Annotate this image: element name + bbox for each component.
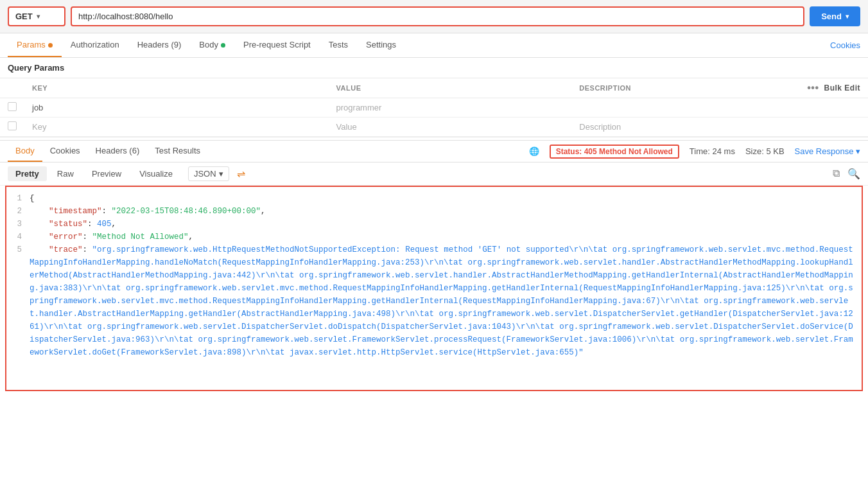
res-tab-cookies[interactable]: Cookies <box>42 141 88 162</box>
cookies-label: Cookies <box>830 40 860 50</box>
more-options-icon[interactable]: ••• <box>807 82 819 94</box>
code-line-2: 2 "timestamp": "2022-03-15T08:48:46.890+… <box>6 205 862 218</box>
format-actions: ⧉ 🔍 <box>833 168 860 180</box>
res-tab-headers-label: Headers (6) <box>96 146 140 155</box>
response-code-area[interactable]: 1 { 2 "timestamp": "2022-03-15T08:48:46.… <box>5 186 863 391</box>
param-key[interactable]: job <box>24 98 329 118</box>
time-info: Time: 24 ms <box>690 146 735 156</box>
params-table: KEY VALUE DESCRIPTION ••• Bulk Edit job … <box>0 78 868 137</box>
res-tab-headers[interactable]: Headers (6) <box>88 141 148 162</box>
code-line-3: 3 "status": 405, <box>6 218 862 231</box>
line-content-3: "status": 405, <box>30 218 862 231</box>
query-params-title: Query Params <box>0 58 868 78</box>
divider <box>0 137 868 137</box>
res-tab-test-results-label: Test Results <box>155 146 200 155</box>
method-label: GET <box>15 12 33 21</box>
response-tabs: Body Cookies Headers (6) Test Results 🌐 … <box>0 140 868 163</box>
code-line-5: 5 "trace": "org.springframework.web.Http… <box>6 243 862 359</box>
status-badge: Status: 405 Method Not Allowed <box>550 145 679 159</box>
bulk-edit-button[interactable]: Bulk Edit <box>824 83 860 92</box>
send-chevron: ▾ <box>846 13 849 20</box>
col-header-value: VALUE <box>329 78 572 98</box>
line-num-5: 5 <box>6 243 30 256</box>
tab-params[interactable]: Params <box>8 33 62 57</box>
fmt-tab-raw[interactable]: Raw <box>49 166 82 181</box>
save-response-button[interactable]: Save Response ▾ <box>795 146 860 156</box>
param-value[interactable]: programmer <box>329 98 572 118</box>
row-checkbox[interactable] <box>0 98 24 118</box>
res-tab-cookies-label: Cookies <box>50 146 80 155</box>
line-num-2: 2 <box>6 205 30 218</box>
res-tab-body-label: Body <box>15 146 35 155</box>
cookies-link[interactable]: Cookies <box>830 34 860 57</box>
code-line-1: 1 { <box>6 192 862 205</box>
param-key-placeholder[interactable]: Key <box>24 118 329 137</box>
table-row: Key Value Description <box>0 118 868 137</box>
format-tabs-row: Pretty Raw Preview Visualize JSON ▾ ⇌ ⧉ … <box>0 163 868 186</box>
size-info: Size: 5 KB <box>745 146 785 156</box>
table-row: job programmer <box>0 98 868 118</box>
url-input[interactable]: http://localhost:8080/hello <box>71 6 804 26</box>
search-icon[interactable]: 🔍 <box>847 168 860 180</box>
line-num-3: 3 <box>6 218 30 231</box>
url-text: http://localhost:8080/hello <box>78 12 173 21</box>
col-header-check <box>0 78 24 98</box>
tab-authorization[interactable]: Authorization <box>62 33 128 57</box>
tab-settings[interactable]: Settings <box>357 33 405 57</box>
param-description[interactable] <box>571 98 799 118</box>
tab-settings-label: Settings <box>366 40 396 49</box>
col-header-description: DESCRIPTION <box>571 78 799 98</box>
fmt-tab-preview[interactable]: Preview <box>84 166 129 181</box>
row-checkbox-empty[interactable] <box>0 118 24 137</box>
line-content-5: "trace": "org.springframework.web.HttpRe… <box>30 243 862 359</box>
copy-icon[interactable]: ⧉ <box>833 168 840 180</box>
fmt-tab-pretty[interactable]: Pretty <box>8 166 47 181</box>
tab-body[interactable]: Body <box>190 33 234 57</box>
tab-tests[interactable]: Tests <box>320 33 357 57</box>
line-num-4: 4 <box>6 231 30 243</box>
top-bar: GET ▾ http://localhost:8080/hello Send ▾ <box>0 0 868 33</box>
tab-pre-request-label: Pre-request Script <box>243 40 311 49</box>
tab-body-label: Body <box>199 40 218 49</box>
send-label: Send <box>821 12 842 21</box>
row-actions-empty <box>799 118 868 137</box>
line-content-1: { <box>30 192 862 205</box>
line-num-1: 1 <box>6 192 30 205</box>
param-value-placeholder[interactable]: Value <box>329 118 572 137</box>
globe-icon[interactable]: 🌐 <box>529 146 539 156</box>
request-tabs: Params Authorization Headers (9) Body Pr… <box>0 33 868 58</box>
code-line-4: 4 "error": "Method Not Allowed", <box>6 231 862 243</box>
col-header-actions: ••• Bulk Edit <box>799 78 868 98</box>
params-dot <box>48 43 53 48</box>
tab-headers[interactable]: Headers (9) <box>128 33 191 57</box>
method-select[interactable]: GET ▾ <box>8 6 65 26</box>
method-chevron: ▾ <box>37 13 40 20</box>
tab-pre-request[interactable]: Pre-request Script <box>234 33 320 57</box>
tab-params-label: Params <box>17 40 46 49</box>
tab-authorization-label: Authorization <box>71 40 119 49</box>
line-content-4: "error": "Method Not Allowed", <box>30 231 862 243</box>
res-tab-body[interactable]: Body <box>8 141 42 162</box>
tab-headers-label: Headers (9) <box>137 40 182 49</box>
row-actions <box>799 98 868 118</box>
filter-icon[interactable]: ⇌ <box>237 168 245 180</box>
param-desc-placeholder[interactable]: Description <box>571 118 799 137</box>
res-tab-test-results[interactable]: Test Results <box>147 141 208 162</box>
tab-tests-label: Tests <box>329 40 348 49</box>
send-button[interactable]: Send ▾ <box>810 6 860 26</box>
body-dot <box>221 43 225 48</box>
json-format-select[interactable]: JSON ▾ <box>188 166 229 181</box>
fmt-tab-visualize[interactable]: Visualize <box>132 166 180 181</box>
line-content-2: "timestamp": "2022-03-15T08:48:46.890+00… <box>30 205 862 218</box>
col-header-key: KEY <box>24 78 329 98</box>
status-info: 🌐 Status: 405 Method Not Allowed Time: 2… <box>529 145 860 159</box>
